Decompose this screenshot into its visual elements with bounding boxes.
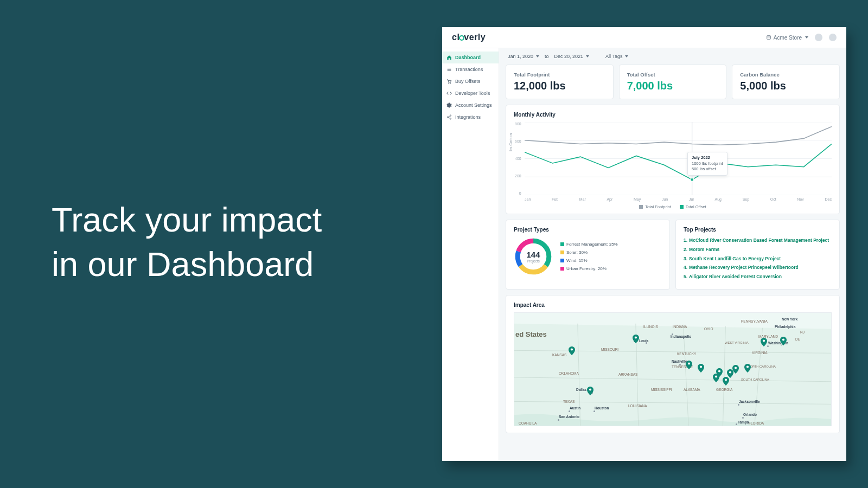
main-content: Jan 1, 2020 to Dec 20, 2021 All Tags Tot… (499, 48, 846, 460)
map-label: FLORIDA (749, 421, 764, 425)
impact-area-card: Impact Area ed States KANSAS (506, 295, 840, 433)
map-label: ILLINOIS (643, 325, 658, 329)
avatar[interactable] (829, 34, 837, 41)
card-title: Top Projects (684, 227, 832, 233)
stats-row: Total Footprint 12,000 lbs Total Offset … (506, 65, 840, 99)
svg-point-12 (691, 178, 694, 181)
tooltip-line-1: 1000 lbs footprint (692, 161, 723, 166)
donut-count-label: Projects (527, 259, 539, 263)
map-label: GEORGIA (716, 388, 732, 391)
map-pin-icon[interactable] (732, 365, 739, 374)
gear-icon (446, 102, 452, 108)
legend-item: Urban Forestry: 20% (560, 266, 618, 271)
sidebar-label: Integrations (455, 114, 481, 120)
map-label: KANSAS (552, 353, 566, 357)
map-pin-icon[interactable] (761, 338, 767, 346)
date-to-value: Dec 20, 2021 (554, 54, 584, 59)
map-pin-icon[interactable] (569, 346, 575, 355)
date-to-picker[interactable]: Dec 20, 2021 (554, 54, 590, 59)
account-switcher[interactable]: Acme Store (766, 35, 808, 41)
top-project-item[interactable]: 3.South Kent Landfill Gas to Energy Proj… (684, 255, 832, 262)
sidebar-label: Developer Tools (455, 91, 490, 96)
topbar: clverly Acme Store (442, 27, 846, 48)
filter-bar: Jan 1, 2020 to Dec 20, 2021 All Tags (506, 48, 840, 65)
project-types-donut: 144 Projects (514, 237, 553, 276)
top-project-item[interactable]: 1.McCloud River Conservation Based Fores… (684, 237, 832, 244)
map-label: Houston (595, 406, 609, 410)
stat-card-footprint: Total Footprint 12,000 lbs (506, 65, 614, 99)
project-types-legend: Forrest Management: 35% Solar: 30% Wind:… (560, 242, 618, 271)
legend-item-offset: Total Offset (680, 204, 706, 209)
sidebar-item-buy-offsets[interactable]: Buy Offsets (442, 75, 499, 87)
top-projects-list: 1.McCloud River Conservation Based Fores… (684, 237, 832, 280)
map-pin-icon[interactable] (780, 337, 787, 345)
legend-swatch-icon (560, 267, 564, 271)
legend-swatch-icon (560, 242, 564, 246)
legend-item: Solar: 30% (560, 250, 618, 255)
impact-area-map[interactable]: ed States KANSAS MISSOURI ILLINOIS INDIA… (514, 312, 832, 426)
sidebar-item-account-settings[interactable]: Account Settings (442, 99, 499, 111)
map-label: NJ (800, 330, 805, 334)
map-label: Orlando (743, 413, 757, 416)
home-icon (446, 55, 452, 60)
sidebar-item-integrations[interactable]: Integrations (442, 111, 499, 123)
project-types-card: Project Types 144 Projects (506, 220, 670, 290)
map-label: WEST VIRGINIA (725, 341, 749, 344)
date-from-picker[interactable]: Jan 1, 2020 (508, 54, 539, 59)
map-label: DE (795, 337, 800, 341)
stat-label: Total Offset (627, 72, 719, 78)
map-label: INDIANA (673, 325, 687, 329)
monthly-activity-card: Monthly Activity lbs Carbon 800600400200… (506, 105, 840, 214)
date-from-value: Jan 1, 2020 (508, 54, 533, 59)
stat-value: 7,000 lbs (627, 80, 719, 92)
stat-value: 5,000 lbs (740, 80, 832, 92)
stat-value: 12,000 lbs (514, 80, 605, 92)
legend-item-footprint: Total Footprint (639, 204, 671, 209)
hero-line-1: Track your impact (52, 198, 322, 242)
brand-logo: clverly (452, 33, 486, 42)
map-label: MISSISSIPPI (651, 388, 672, 391)
svg-point-25 (735, 367, 737, 369)
stat-label: Total Footprint (514, 72, 605, 78)
sidebar-nav: Dashboard Transactions Buy Offsets Devel… (442, 48, 499, 460)
map-pin-icon[interactable] (686, 361, 692, 369)
chart-y-ticks: 8006004002000 (515, 122, 521, 195)
map-label: ARKANSAS (618, 373, 637, 376)
card-title: Monthly Activity (514, 112, 832, 118)
sidebar-label: Dashboard (455, 55, 481, 60)
map-pin-icon[interactable] (716, 368, 723, 377)
map-label: SOUTH CAROLINA (741, 378, 769, 381)
map-label: Nashville (672, 359, 687, 363)
svg-point-28 (782, 338, 784, 341)
sidebar-item-transactions[interactable]: Transactions (442, 63, 499, 75)
top-projects-card: Top Projects 1.McCloud River Conservatio… (675, 220, 840, 290)
donut-count: 144 (526, 250, 540, 259)
svg-rect-0 (767, 36, 770, 40)
map-label: Indianapolis (671, 335, 691, 338)
map-pin-icon[interactable] (744, 364, 751, 373)
map-pin-icon[interactable] (698, 364, 704, 373)
help-icon[interactable] (815, 34, 822, 41)
dashboard-app-window: clverly Acme Store Dashboard Transaction… (442, 27, 846, 461)
top-project-item[interactable]: 5.Alligator River Avoided Forest Convers… (684, 273, 832, 280)
sidebar-item-developer-tools[interactable]: Developer Tools (442, 87, 499, 99)
top-project-item[interactable]: 2.Morom Farms (684, 246, 832, 253)
stat-label: Carbon Balance (740, 72, 832, 78)
svg-point-29 (589, 388, 591, 390)
map-label: VIRGINIA (752, 351, 768, 355)
map-pin-icon[interactable] (587, 387, 593, 395)
map-label: Dallas (576, 388, 586, 391)
tags-filter[interactable]: All Tags (605, 54, 628, 59)
top-project-item[interactable]: 4.Methane Recovery Project Princepeel Wi… (684, 264, 832, 271)
share-icon (446, 114, 452, 120)
svg-point-26 (746, 365, 749, 368)
svg-point-18 (635, 336, 637, 338)
tooltip-title: July 2022 (692, 155, 710, 160)
map-label: NORTH CAROLINA (748, 365, 776, 368)
sidebar-item-dashboard[interactable]: Dashboard (442, 52, 499, 63)
map-pin-icon[interactable] (633, 335, 639, 343)
activity-chart: lbs Carbon 8006004002000 July 2022 1000 … (525, 122, 832, 195)
map-pin-icon[interactable] (723, 377, 729, 386)
svg-point-27 (763, 339, 765, 342)
map-label: OHIO (704, 327, 713, 331)
